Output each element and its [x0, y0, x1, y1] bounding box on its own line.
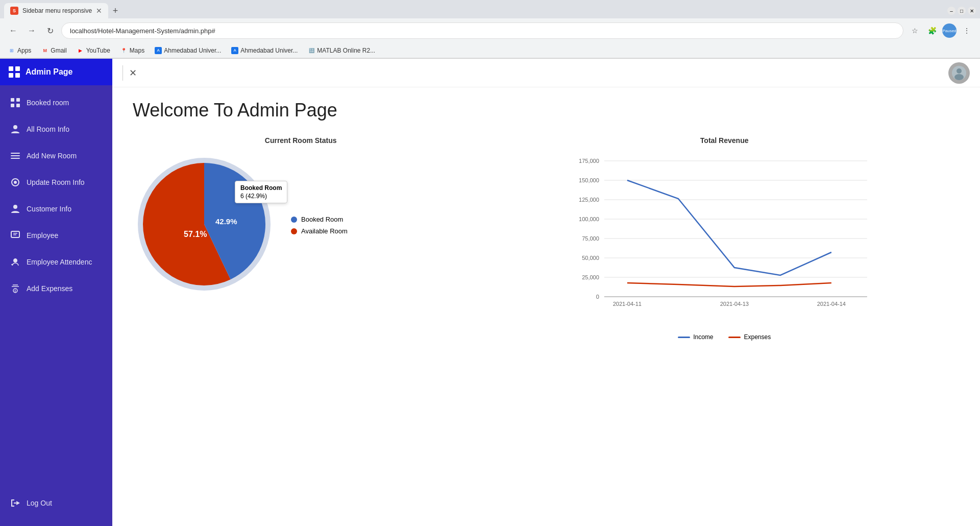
sidebar-item-employee-attendence[interactable]: Employee Attendenc: [0, 249, 112, 275]
sidebar-item-logout[interactable]: Log Out: [0, 490, 112, 516]
svg-text:2021-04-13: 2021-04-13: [720, 301, 749, 307]
svg-point-23: [954, 74, 964, 80]
page-title: Welcome To Admin Page: [133, 100, 960, 121]
nav-icons: ☆ 🧩 Paused ⋮: [908, 23, 974, 38]
maximize-button[interactable]: □: [958, 7, 966, 15]
matlab-icon: 🔢: [308, 47, 315, 54]
tab-label: Sidebar menu responsive: [22, 7, 92, 14]
sidebar-item-label: Booked room: [27, 99, 69, 107]
available-dot: [291, 228, 297, 234]
svg-text:150,000: 150,000: [579, 177, 599, 183]
content-area: Welcome To Admin Page Current Room Statu…: [112, 87, 980, 526]
bookmark-apps[interactable]: ⊞ Apps: [6, 46, 33, 55]
svg-rect-16: [13, 233, 17, 234]
sidebar-item-label: All Room Info: [27, 125, 69, 133]
apps-icon: ⊞: [8, 47, 15, 54]
sidebar-logo-icon: [8, 66, 20, 78]
sidebar-item-add-new-room[interactable]: Add New Room: [0, 142, 112, 169]
address-bar[interactable]: localhost/Hotel-Management-System/admin.…: [61, 22, 903, 39]
bookmark-maps-label: Maps: [130, 47, 144, 54]
minimize-button[interactable]: –: [947, 7, 955, 15]
bookmark-button[interactable]: ☆: [908, 23, 922, 38]
charts-container: Current Room Status: [133, 136, 960, 341]
main-area: ✕ Welcome To Admin Page Current Room Sta…: [112, 59, 980, 526]
svg-text:2021-04-11: 2021-04-11: [613, 301, 642, 307]
bookmark-apps-label: Apps: [17, 47, 31, 54]
sidebar-item-employee[interactable]: Employee: [0, 222, 112, 249]
sidebar-item-label: Employee Attendenc: [27, 258, 92, 266]
bookmark-gmail[interactable]: M Gmail: [39, 46, 68, 55]
back-button[interactable]: ←: [6, 23, 20, 38]
profile-label: Paused: [942, 29, 956, 33]
expenses-legend: Expenses: [728, 333, 771, 341]
gmail-icon: M: [41, 47, 48, 54]
admin-avatar: [948, 62, 970, 84]
pie-chart-box: Current Room Status: [133, 136, 469, 341]
bookmark-ahm2-label: Ahmedabad Univer...: [240, 47, 298, 54]
income-line: [678, 337, 690, 338]
reload-button[interactable]: ↻: [43, 23, 57, 38]
svg-text:100,000: 100,000: [579, 216, 599, 222]
sidebar-item-all-room-info[interactable]: All Room Info: [0, 116, 112, 142]
sidebar-header: Admin Page: [0, 59, 112, 85]
sidebar-item-customer-info[interactable]: Customer Info: [0, 196, 112, 222]
employee-icon: [10, 230, 20, 241]
sidebar-item-label: Update Room Info: [27, 178, 85, 186]
tab-close-button[interactable]: ✕: [96, 7, 102, 15]
profile-avatar[interactable]: Paused: [942, 23, 957, 38]
sidebar-item-label: Add Expenses: [27, 284, 72, 293]
close-button[interactable]: ✕: [129, 67, 137, 79]
svg-text:2021-04-14: 2021-04-14: [817, 301, 846, 307]
sidebar-item-label: Employee: [27, 231, 58, 240]
svg-text:175,000: 175,000: [579, 158, 599, 164]
new-tab-button[interactable]: +: [108, 4, 122, 18]
legend-booked: Booked Room: [291, 216, 348, 223]
sidebar-logout-label: Log Out: [27, 499, 52, 507]
pie-tooltip: Booked Room 6 (42.9%): [235, 181, 287, 203]
add-expenses-icon: $: [10, 283, 20, 294]
tab-bar: S Sidebar menu responsive ✕ + – □ ✕: [0, 0, 980, 18]
browser-chrome: S Sidebar menu responsive ✕ + – □ ✕ ← → …: [0, 0, 980, 59]
bookmark-ahm2[interactable]: A Ahmedabad Univer...: [229, 46, 300, 55]
bookmark-maps[interactable]: 📍 Maps: [118, 46, 146, 55]
svg-text:0: 0: [596, 294, 599, 300]
svg-text:42.9%: 42.9%: [215, 217, 237, 226]
menu-button[interactable]: ⋮: [960, 23, 974, 38]
legend-booked-label: Booked Room: [301, 216, 343, 223]
nav-bar: ← → ↻ localhost/Hotel-Management-System/…: [0, 18, 980, 43]
svg-rect-0: [9, 66, 13, 71]
update-room-info-icon: [10, 177, 20, 187]
customer-info-icon: [10, 204, 20, 214]
bookmark-ahm1[interactable]: A Ahmedabad Univer...: [153, 46, 223, 55]
extensions-button[interactable]: 🧩: [925, 23, 939, 38]
maps-icon: 📍: [120, 47, 128, 54]
sidebar-item-booked-room[interactable]: Booked room: [0, 89, 112, 116]
top-bar: ✕: [112, 59, 980, 87]
pie-legend: Booked Room Available Room: [291, 216, 348, 235]
svg-rect-7: [16, 104, 20, 107]
bookmark-youtube[interactable]: ▶ YouTube: [75, 46, 112, 55]
pie-chart-title: Current Room Status: [133, 136, 469, 145]
svg-point-22: [957, 68, 962, 74]
close-window-button[interactable]: ✕: [968, 7, 976, 15]
svg-point-8: [13, 125, 17, 129]
add-new-room-icon: [10, 151, 20, 161]
sidebar-header-label: Admin Page: [26, 67, 72, 77]
sidebar-item-add-expenses[interactable]: $ Add Expenses: [0, 275, 112, 302]
line-chart-legend: Income Expenses: [489, 333, 960, 341]
employee-attendence-icon: [10, 257, 20, 267]
bookmark-ahm1-label: Ahmedabad Univer...: [164, 47, 221, 54]
svg-point-14: [13, 205, 17, 209]
bookmark-matlab[interactable]: 🔢 MATLAB Online R2...: [306, 46, 377, 55]
line-chart-area: 175,000 150,000 125,000 100,000 75,000 5…: [489, 153, 960, 341]
expenses-line: [728, 337, 741, 338]
app-container: Admin Page Booked room: [0, 59, 980, 526]
sidebar-item-update-room-info[interactable]: Update Room Info: [0, 169, 112, 196]
active-tab[interactable]: S Sidebar menu responsive ✕: [4, 3, 108, 18]
svg-text:125,000: 125,000: [579, 197, 599, 203]
svg-rect-6: [11, 104, 14, 107]
forward-button[interactable]: →: [24, 23, 39, 38]
tab-favicon: S: [10, 7, 18, 15]
svg-rect-17: [13, 234, 16, 235]
bookmark-gmail-label: Gmail: [51, 47, 66, 54]
